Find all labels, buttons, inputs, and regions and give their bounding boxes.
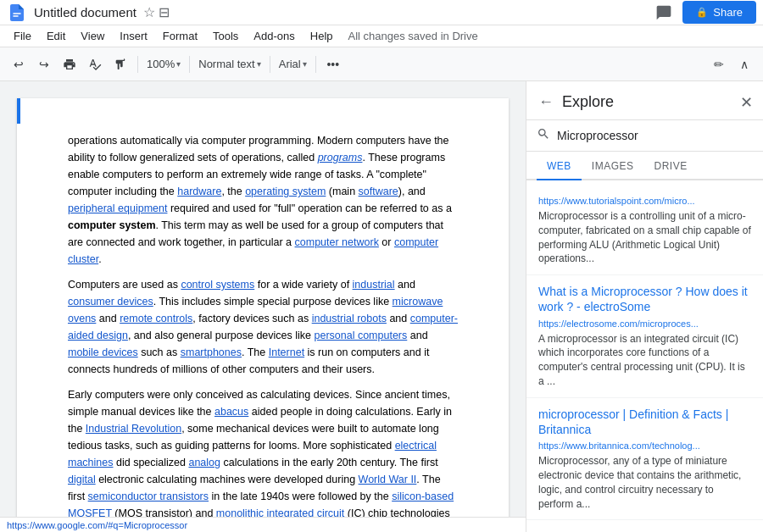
more-options-button[interactable]: ••• [321, 53, 345, 76]
link-robots[interactable]: industrial robots [312, 313, 387, 324]
document-area[interactable]: operations automatically via computer pr… [0, 81, 526, 532]
link-remote[interactable]: remote controls [120, 313, 192, 324]
explore-title: Explore [562, 93, 740, 111]
menu-help[interactable]: Help [304, 28, 340, 44]
edit-mode-button[interactable]: ✏ [707, 53, 731, 76]
see-all-results[interactable]: → See all results on Google [526, 520, 763, 532]
font-select[interactable]: Arial ▾ [276, 53, 310, 75]
toolbar-divider-4 [315, 56, 316, 73]
link-pcs[interactable]: personal computers [315, 330, 408, 341]
result-url-1: https://www.tutorialspoint.com/micro... [538, 196, 751, 206]
collapse-toolbar-button[interactable]: ∧ [732, 53, 756, 76]
explore-tabs: WEB IMAGES DRIVE [526, 152, 763, 180]
result-snippet-1: Microprocessor is a controlling unit of … [538, 209, 751, 266]
explore-results: https://www.tutorialspoint.com/micro... … [526, 180, 763, 532]
result-url-2: https://electrosome.com/microproces... [538, 319, 751, 329]
result-item-3[interactable]: microprocessor | Definition & Facts | Br… [526, 398, 763, 521]
text-style-select[interactable]: Normal text ▾ [195, 53, 264, 75]
toolbar: ↩ ↪ 100% ▾ Normal text ▾ Arial ▾ ••• ✏ ∧ [0, 47, 763, 81]
result-snippet-3: Microprocessor, any of a type of miniatu… [538, 454, 751, 511]
print-button[interactable] [58, 53, 81, 76]
document-page: operations automatically via computer pr… [17, 98, 509, 522]
explore-header: ← Explore ✕ [526, 81, 763, 120]
document-title: Untitled document [34, 5, 136, 19]
menu-view[interactable]: View [74, 28, 111, 44]
star-icon[interactable]: ☆ [143, 4, 155, 20]
zoom-select[interactable]: 100% ▾ [143, 53, 184, 75]
link-cluster[interactable]: computer cluster [68, 236, 438, 265]
comment-button[interactable] [650, 1, 677, 25]
paragraph-1: operations automatically via computer pr… [68, 132, 458, 268]
menu-file[interactable]: File [7, 28, 38, 44]
text-computer-system: computer system [68, 219, 156, 231]
status-url: https://www.google.com/#q=Microprocessor [7, 520, 187, 530]
scroll-indicator [17, 98, 20, 124]
menu-edit[interactable]: Edit [40, 28, 72, 44]
link-peripheral[interactable]: peripheral equipment [68, 202, 167, 214]
menu-bar: File Edit View Insert Format Tools Add-o… [0, 25, 763, 47]
spellcheck-button[interactable] [83, 53, 107, 76]
zoom-arrow-icon: ▾ [176, 59, 181, 69]
saved-status: All changes saved in Drive [348, 30, 478, 42]
explore-back-button[interactable]: ← [537, 91, 555, 113]
link-smartphones[interactable]: smartphones [181, 346, 242, 358]
link-analog[interactable]: analog [188, 457, 220, 468]
paragraph-3: Early computers were only conceived as c… [68, 386, 458, 532]
text-style-value: Normal text [198, 58, 254, 70]
link-industrial[interactable]: industrial [353, 279, 395, 291]
link-consumer[interactable]: consumer devices [68, 296, 153, 308]
main-area: operations automatically via computer pr… [0, 81, 763, 532]
status-bar: https://www.google.com/#q=Microprocessor [0, 517, 526, 532]
menu-insert[interactable]: Insert [113, 28, 154, 44]
link-digital[interactable]: digital [68, 474, 96, 485]
link-os[interactable]: operating system [245, 186, 326, 197]
share-label: Share [713, 6, 743, 19]
font-value: Arial [279, 58, 301, 70]
toolbar-divider-1 [137, 56, 138, 73]
result-title-2: What is a Microprocessor ? How does it w… [538, 284, 751, 314]
paragraph-2: Computers are used as control systems fo… [68, 276, 458, 378]
explore-search-input[interactable] [557, 129, 753, 142]
tab-images[interactable]: IMAGES [582, 152, 644, 180]
link-industrial-rev[interactable]: Industrial Revolution [86, 423, 181, 435]
result-item-1[interactable]: https://www.tutorialspoint.com/micro... … [526, 187, 763, 275]
style-arrow-icon: ▾ [257, 59, 261, 69]
link-hardware[interactable]: hardware [177, 186, 221, 197]
link-software[interactable]: software [359, 186, 398, 197]
link-mobile[interactable]: mobile devices [68, 346, 138, 358]
link-network[interactable]: computer network [295, 236, 379, 248]
menu-format[interactable]: Format [156, 28, 204, 44]
search-icon [537, 127, 550, 144]
menu-addons[interactable]: Add-ons [247, 28, 301, 44]
result-snippet-2: A microprocessor is an integrated circui… [538, 332, 751, 389]
tab-web[interactable]: WEB [537, 152, 582, 180]
font-arrow-icon: ▾ [303, 59, 307, 69]
move-icon[interactable]: ⊟ [159, 4, 170, 20]
toolbar-divider-2 [189, 56, 190, 73]
paint-format-button[interactable] [109, 53, 132, 76]
tab-drive[interactable]: DRIVE [644, 152, 698, 180]
link-programs[interactable]: programs [318, 152, 363, 163]
link-internet[interactable]: Internet [269, 346, 304, 358]
link-transistors[interactable]: semiconductor transistors [88, 490, 209, 502]
result-item-2[interactable]: What is a Microprocessor ? How does it w… [526, 275, 763, 398]
explore-search-bar [526, 120, 763, 152]
link-control-systems[interactable]: control systems [181, 279, 254, 291]
lock-icon: 🔒 [696, 7, 708, 18]
link-abacus[interactable]: abacus [214, 406, 248, 418]
top-bar: Untitled document ☆ ⊟ 🔒 Share [0, 0, 763, 25]
link-wwii[interactable]: World War II [359, 474, 417, 485]
share-button[interactable]: 🔒 Share [682, 1, 756, 24]
toolbar-divider-3 [270, 56, 270, 73]
zoom-value: 100% [147, 58, 175, 70]
undo-button[interactable]: ↩ [7, 53, 31, 76]
link-electrical[interactable]: electrical machines [68, 440, 437, 468]
docs-icon [7, 3, 27, 23]
result-url-3: https://www.britannica.com/technolog... [538, 441, 751, 451]
menu-tools[interactable]: Tools [206, 28, 245, 44]
explore-close-button[interactable]: ✕ [740, 93, 753, 112]
result-title-3: microprocessor | Definition & Facts | Br… [538, 407, 751, 437]
redo-button[interactable]: ↪ [32, 53, 56, 76]
explore-panel: ← Explore ✕ WEB IMAGES DRIVE https://www… [526, 81, 763, 532]
